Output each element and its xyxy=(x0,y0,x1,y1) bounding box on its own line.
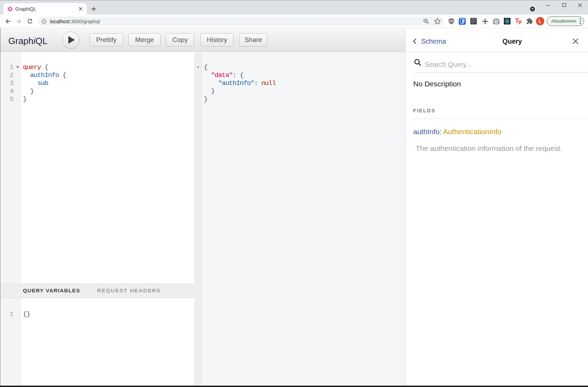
svg-text:UO: UO xyxy=(450,20,453,23)
